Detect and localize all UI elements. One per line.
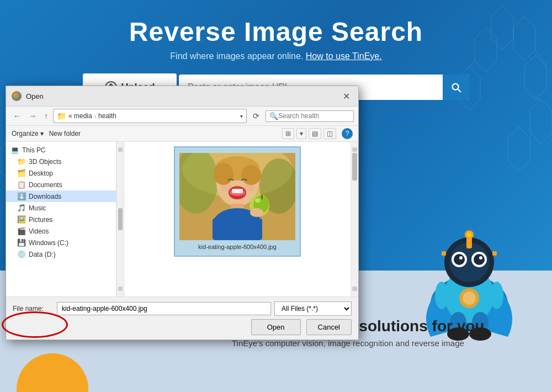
documents-icon: 📋 [17,181,26,189]
tree-label-windows-c: Windows (C:) [29,239,68,247]
view-details-button[interactable]: ▤ [309,128,321,139]
cancel-button[interactable]: Cancel [306,319,352,335]
open-button[interactable]: Open [251,319,301,335]
svg-rect-27 [232,189,243,193]
file-label: kid-eating-apple-600x400.jpg [198,243,277,250]
3d-objects-icon: 📁 [17,157,26,166]
dialog-footer: File name: All Files (*.*) Open Cancel [6,296,358,340]
new-folder-button[interactable]: New folder [49,130,81,137]
breadcrumb-dropdown-icon[interactable]: ▾ [240,113,243,119]
tree-item-desktop[interactable]: 🗂️ Desktop [6,167,116,179]
data-d-icon: 💿 [17,250,26,258]
dialog-body: 💻 This PC 📁 3D Objects 🗂️ Desktop 📋 Docu… [6,142,358,296]
left-panel: 💻 This PC 📁 3D Objects 🗂️ Desktop 📋 Docu… [6,142,116,296]
downloads-icon: ⬇️ [17,192,26,200]
organize-chevron-icon: ▾ [40,130,44,137]
tree-label-downloads: Downloads [29,193,61,200]
right-panel-scrollbar[interactable] [351,142,358,296]
svg-point-23 [214,163,233,185]
tree-item-data-d[interactable]: 💿 Data (D:) [6,248,116,260]
organize-label: Organize [12,130,39,137]
forward-button[interactable]: → [26,110,39,122]
right-scrollbar-thumb[interactable] [352,153,357,181]
breadcrumb-current: health [98,112,116,120]
dialog-nav: ← → ↑ 📁 « media › health ▾ ⟳ 🔍 [6,107,358,126]
svg-point-29 [221,184,232,192]
svg-point-56 [435,282,448,309]
tree-item-downloads[interactable]: ⬇️ Downloads [6,190,116,202]
scrollbar-thumb[interactable] [118,208,123,230]
left-panel-scrollbar[interactable] [116,142,124,296]
tree-item-pictures[interactable]: 🖼️ Pictures [6,214,116,225]
svg-point-48 [474,254,485,265]
dialog-toolbar: Organize ▾ New folder ⊞ ▾ ▤ ◫ ? [6,126,358,142]
filename-label: File name: [13,305,57,312]
organize-button[interactable]: Organize ▾ [12,130,44,137]
svg-point-24 [241,165,261,185]
view-large-icon-button[interactable]: ⊞ [282,128,294,139]
desktop-icon: 🗂️ [17,169,26,177]
help-button[interactable]: ? [342,128,353,139]
svg-point-37 [250,208,263,217]
svg-point-38 [255,198,261,203]
search-box: 🔍 [266,110,354,122]
filename-row: File name: All Files (*.*) [13,301,352,316]
tree-label-this-pc: This PC [22,146,46,154]
tree-item-documents[interactable]: 📋 Documents [6,179,116,190]
tree-label-music: Music [29,204,46,212]
breadcrumb-folder-icon: 📁 [57,112,66,120]
search-box-icon: 🔍 [269,112,278,120]
tree-item-music[interactable]: 🎵 Music [6,202,116,214]
svg-point-47 [454,254,465,265]
breadcrumb-arrow: › [94,113,96,119]
file-thumbnail-container[interactable]: kid-eating-apple-600x400.jpg [174,146,301,257]
filename-input[interactable] [57,302,271,315]
svg-marker-2 [524,55,546,99]
dialog-titlebar: Open ✕ [6,86,358,107]
up-button[interactable]: ↑ [41,110,51,122]
breadcrumb-prefix: « media [68,112,92,120]
svg-point-42 [463,292,476,305]
view-dropdown-button[interactable]: ▾ [296,128,306,139]
svg-marker-9 [530,99,552,144]
dialog-chrome-icon [12,91,22,101]
tree-label-3d-objects: 3D Objects [29,158,61,166]
dialog-close-button[interactable]: ✕ [339,89,353,103]
right-panel: kid-eating-apple-600x400.jpg [124,142,351,296]
tree-label-pictures: Pictures [29,216,52,224]
search-submit-button[interactable] [443,75,469,100]
videos-icon: 🎬 [17,227,26,235]
tree-item-this-pc[interactable]: 💻 This PC [6,144,116,156]
tree-item-3d-objects[interactable]: 📁 3D Objects [6,156,116,167]
tree-label-desktop: Desktop [29,169,53,177]
breadcrumb-bar: 📁 « media › health ▾ [53,109,247,123]
file-open-dialog: Open ✕ ← → ↑ 📁 « media › health ▾ ⟳ 🔍 Or… [6,86,359,340]
how-to-link[interactable]: How to use TinEye. [306,51,382,61]
music-icon: 🎵 [17,204,26,212]
subtitle: Find where images appear online. How to … [0,51,552,61]
tree-label-videos: Videos [29,227,49,235]
tree-item-videos[interactable]: 🎬 Videos [6,225,116,237]
tree-label-documents: Documents [29,181,62,189]
view-preview-button[interactable]: ◫ [323,128,336,139]
svg-marker-11 [508,127,530,171]
tree-item-windows-c[interactable]: 💾 Windows (C:) [6,237,116,248]
windows-c-icon: 💾 [17,239,26,247]
svg-rect-55 [492,251,497,256]
header: Reverse Image Search Find where images a… [0,0,552,61]
view-icons: ⊞ ▾ ▤ ◫ [282,128,336,139]
svg-rect-33 [213,218,262,240]
page-title: Reverse Image Search [0,17,552,47]
filetype-dropdown[interactable]: All Files (*.*) [274,301,352,316]
svg-point-28 [235,186,240,189]
svg-point-57 [490,282,503,309]
pictures-icon: 🖼️ [17,215,26,224]
back-button[interactable]: ← [10,110,24,122]
search-box-input[interactable] [278,112,361,120]
tree-label-data-d: Data (D:) [29,251,56,258]
refresh-button[interactable]: ⟳ [249,110,263,122]
svg-rect-36 [261,195,263,199]
svg-rect-54 [442,251,446,256]
svg-point-53 [467,232,471,237]
this-pc-icon: 💻 [10,146,19,154]
